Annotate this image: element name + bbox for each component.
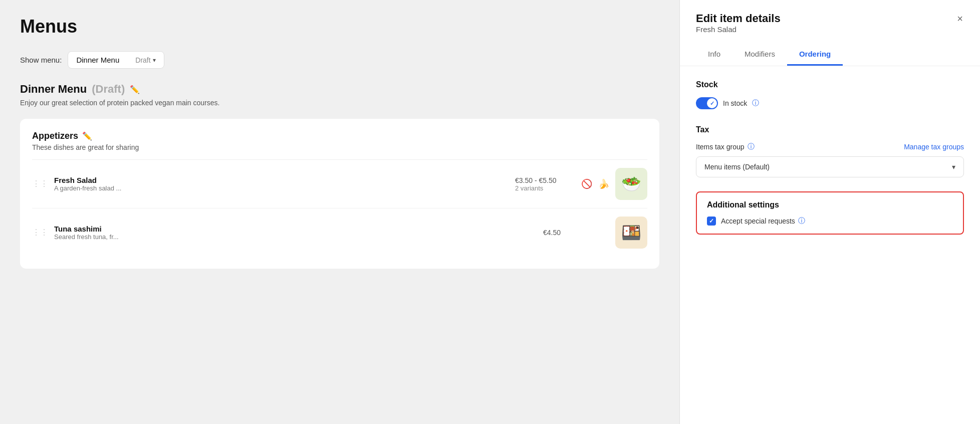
panel-body: Stock ✓ In stock ⓘ Tax Items tax group ⓘ… xyxy=(680,66,980,424)
item-price-block: €3.50 - €5.50 2 variants xyxy=(515,176,575,192)
tax-section: Tax Items tax group ⓘ Manage tax groups … xyxy=(696,125,964,177)
menu-status-badge: Draft ▾ xyxy=(135,56,155,64)
additional-settings-title: Additional settings xyxy=(707,200,953,209)
menu-name-row: Dinner Menu (Draft) ✏️ xyxy=(20,83,659,96)
no-image-icon: 🚫 xyxy=(581,178,592,189)
tab-info[interactable]: Info xyxy=(696,44,732,66)
item-image: 🍱 xyxy=(615,217,647,249)
accept-requests-row: Accept special requests ⓘ xyxy=(707,217,953,226)
chevron-down-icon: ▾ xyxy=(153,57,156,64)
appetizers-section-card: Appetizers ✏️ These dishes are great for… xyxy=(20,119,659,269)
tabs: Info Modifiers Ordering xyxy=(696,44,964,66)
close-button[interactable]: × xyxy=(956,12,964,26)
in-stock-info-icon[interactable]: ⓘ xyxy=(752,99,759,108)
menu-description: Enjoy our great selection of protein pac… xyxy=(20,99,659,107)
show-menu-label: Show menu: xyxy=(20,56,62,64)
accept-requests-info-icon[interactable]: ⓘ xyxy=(798,217,805,226)
panel-title-block: Edit item details Fresh Salad xyxy=(696,12,781,42)
left-panel: Menus Show menu: Dinner Menu Draft ▾ Din… xyxy=(0,0,679,424)
stock-section-label: Stock xyxy=(696,80,964,89)
item-description: A garden-fresh salad ... xyxy=(54,184,509,192)
item-description: Seared fresh tuna, fr... xyxy=(54,233,537,241)
edit-menu-icon[interactable]: ✏️ xyxy=(130,85,140,94)
dropdown-chevron-icon: ▾ xyxy=(952,163,955,171)
panel-subtitle: Fresh Salad xyxy=(696,25,781,34)
item-name: Tuna sashimi xyxy=(54,225,537,233)
toggle-knob: ✓ xyxy=(707,98,717,108)
item-info: Tuna sashimi Seared fresh tuna, fr... xyxy=(54,225,537,241)
edit-section-icon[interactable]: ✏️ xyxy=(82,131,92,141)
tab-ordering[interactable]: Ordering xyxy=(787,44,843,66)
tab-modifiers[interactable]: Modifiers xyxy=(732,44,787,66)
in-stock-label: In stock xyxy=(723,99,747,107)
table-row[interactable]: ⋮⋮ Fresh Salad A garden-fresh salad ... … xyxy=(32,160,647,208)
item-name: Fresh Salad xyxy=(54,176,509,184)
tax-group-select[interactable]: Menu items (Default) ▾ xyxy=(696,156,964,177)
right-panel: Edit item details Fresh Salad × Info Mod… xyxy=(679,0,980,424)
item-price: €3.50 - €5.50 xyxy=(515,176,575,184)
accept-requests-checkbox[interactable] xyxy=(707,217,716,226)
page-title: Menus xyxy=(20,16,659,37)
selected-menu-name: Dinner Menu xyxy=(76,56,119,64)
allergen-icon: 🍌 xyxy=(598,178,609,189)
panel-title: Edit item details xyxy=(696,12,781,25)
drag-handle-icon[interactable]: ⋮⋮ xyxy=(32,229,48,237)
item-price-block: €4.50 xyxy=(543,229,603,237)
menu-select-button[interactable]: Dinner Menu Draft ▾ xyxy=(68,51,164,69)
item-image: 🥗 xyxy=(615,168,647,200)
tax-section-label: Tax xyxy=(696,125,964,134)
items-tax-label: Items tax group ⓘ xyxy=(696,142,755,151)
additional-settings-card: Additional settings Accept special reque… xyxy=(696,191,964,235)
item-variants: 2 variants xyxy=(515,184,575,192)
show-menu-row: Show menu: Dinner Menu Draft ▾ xyxy=(20,51,659,69)
drag-handle-icon[interactable]: ⋮⋮ xyxy=(32,180,48,188)
manage-tax-groups-link[interactable]: Manage tax groups xyxy=(904,143,964,151)
section-header: Appetizers ✏️ xyxy=(32,131,647,141)
tax-info-icon[interactable]: ⓘ xyxy=(748,142,755,151)
item-price: €4.50 xyxy=(543,229,603,237)
accept-requests-label: Accept special requests ⓘ xyxy=(721,217,805,226)
panel-header: Edit item details Fresh Salad × Info Mod… xyxy=(680,0,980,66)
item-action-icons: 🚫 🍌 xyxy=(581,178,609,189)
menu-draft-status: (Draft) xyxy=(92,83,125,96)
section-title: Appetizers xyxy=(32,131,78,141)
stock-toggle-row: ✓ In stock ⓘ xyxy=(696,97,964,109)
section-description: These dishes are great for sharing xyxy=(32,143,647,151)
tax-row: Items tax group ⓘ Manage tax groups xyxy=(696,142,964,151)
menu-name: Dinner Menu xyxy=(20,83,87,96)
in-stock-toggle[interactable]: ✓ xyxy=(696,97,718,109)
panel-header-top: Edit item details Fresh Salad × xyxy=(696,12,964,42)
item-info: Fresh Salad A garden-fresh salad ... xyxy=(54,176,509,192)
table-row[interactable]: ⋮⋮ Tuna sashimi Seared fresh tuna, fr...… xyxy=(32,208,647,257)
